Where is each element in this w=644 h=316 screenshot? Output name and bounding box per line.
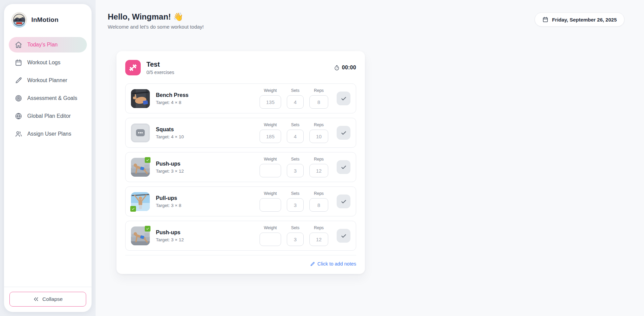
workout-titles: Test 0/5 exercises: [146, 61, 334, 75]
workout-card-header: Test 0/5 exercises 00:00: [125, 60, 356, 75]
exercise-target: Target: 3 × 12: [156, 169, 260, 174]
exercise-info: Push-ups Target: 3 × 12: [156, 161, 260, 174]
stopwatch-icon: [334, 65, 340, 71]
reps-label: Reps: [314, 88, 324, 93]
app-name: InMotion: [31, 16, 59, 24]
weight-label: Weight: [264, 191, 277, 196]
reps-input[interactable]: [309, 130, 328, 143]
notes-link[interactable]: Click to add notes: [310, 261, 356, 267]
reps-field: Reps: [309, 157, 328, 177]
sets-input[interactable]: [287, 164, 304, 177]
weight-label: Weight: [264, 157, 277, 162]
sets-label: Sets: [291, 191, 299, 196]
sets-label: Sets: [291, 88, 299, 93]
sidebar-item-today-s-plan[interactable]: Today's Plan: [9, 37, 87, 52]
complete-checkbox[interactable]: [337, 195, 350, 208]
weight-field: Weight: [260, 191, 281, 212]
sidebar-item-assessment-goals[interactable]: Assessment & Goals: [9, 91, 87, 106]
reps-label: Reps: [314, 225, 324, 230]
exercise-row: Push-ups Target: 3 × 12 Weight Sets Reps: [125, 152, 356, 182]
exercise-fields: Weight Sets Reps: [260, 122, 328, 143]
weight-field: Weight: [260, 122, 281, 143]
exercise-thumbnail: [131, 124, 150, 142]
weight-field: Weight: [260, 157, 281, 177]
sidebar: InMotion Today's Plan Workout Logs Worko…: [4, 4, 92, 312]
dumbbell-icon: [125, 60, 141, 75]
completed-badge-icon: [145, 157, 150, 163]
workout-title: Test: [146, 61, 334, 68]
reps-input[interactable]: [309, 164, 328, 177]
reps-field: Reps: [309, 191, 328, 212]
exercise-row: Bench Press Target: 4 × 8 Weight Sets Re…: [125, 83, 356, 113]
weight-input[interactable]: [260, 164, 281, 177]
reps-label: Reps: [314, 191, 324, 196]
check-icon: [340, 233, 347, 239]
exercise-name: Push-ups: [156, 230, 260, 236]
exercise-target: Target: 3 × 12: [156, 237, 260, 242]
exercise-fields: Weight Sets Reps: [260, 225, 328, 246]
chevrons-left-icon: [33, 296, 39, 302]
weight-label: Weight: [264, 88, 277, 93]
sidebar-item-assign-user-plans[interactable]: Assign User Plans: [9, 126, 87, 142]
complete-checkbox[interactable]: [337, 92, 350, 105]
reps-field: Reps: [309, 122, 328, 143]
weight-input[interactable]: [260, 95, 281, 109]
sidebar-column: InMotion Today's Plan Workout Logs Worko…: [0, 0, 96, 316]
reps-input[interactable]: [309, 95, 328, 109]
exercise-thumbnail: [131, 226, 150, 245]
workout-timer: 00:00: [334, 65, 356, 71]
users-icon: [15, 130, 22, 138]
sidebar-item-global-plan-editor[interactable]: Global Plan Editor: [9, 108, 87, 124]
globe-icon: [15, 112, 22, 120]
sets-input[interactable]: [287, 198, 304, 212]
exercise-thumbnail: [131, 89, 150, 108]
sets-field: Sets: [287, 225, 304, 246]
collapse-label: Collapse: [42, 296, 63, 302]
exercise-info: Push-ups Target: 3 × 12: [156, 230, 260, 242]
reps-input[interactable]: [309, 233, 328, 246]
exercise-row: Squats Target: 4 × 10 Weight Sets Reps: [125, 118, 356, 148]
weight-field: Weight: [260, 225, 281, 246]
complete-checkbox[interactable]: [337, 160, 350, 174]
sets-input[interactable]: [287, 233, 304, 246]
sets-label: Sets: [291, 157, 299, 162]
exercise-name: Push-ups: [156, 161, 260, 167]
exercise-target: Target: 4 × 8: [156, 100, 260, 105]
exercise-target: Target: 4 × 10: [156, 134, 260, 139]
complete-checkbox[interactable]: [337, 229, 350, 243]
sets-field: Sets: [287, 191, 304, 212]
exercise-fields: Weight Sets Reps: [260, 191, 328, 212]
complete-checkbox[interactable]: [337, 126, 350, 140]
date-button[interactable]: Friday, September 26, 2025: [535, 12, 624, 27]
weight-input[interactable]: [260, 233, 281, 246]
sets-input[interactable]: [287, 95, 304, 109]
collapse-button[interactable]: Collapse: [9, 292, 86, 307]
sidebar-item-workout-logs[interactable]: Workout Logs: [9, 55, 87, 70]
reps-label: Reps: [314, 157, 324, 162]
exercise-info: Squats Target: 4 × 10: [156, 127, 260, 139]
exercise-name: Squats: [156, 127, 260, 133]
sidebar-item-workout-planner[interactable]: Workout Planner: [9, 73, 87, 88]
sets-input[interactable]: [287, 130, 304, 143]
completed-badge-icon: [145, 226, 150, 232]
target-icon: [15, 95, 22, 102]
weight-label: Weight: [264, 122, 277, 127]
exercise-name: Pull-ups: [156, 195, 260, 201]
exercise-thumbnail: [131, 192, 150, 211]
check-icon: [340, 164, 347, 171]
exercise-thumbnail: [131, 158, 150, 177]
check-icon: [340, 130, 347, 136]
weight-input[interactable]: [260, 130, 281, 143]
exercise-row: Push-ups Target: 3 × 12 Weight Sets Reps: [125, 221, 356, 251]
pencil-icon: [310, 261, 315, 267]
weight-input[interactable]: [260, 198, 281, 212]
exercise-target: Target: 3 × 8: [156, 203, 260, 208]
exercise-name: Bench Press: [156, 92, 260, 98]
exercise-info: Bench Press Target: 4 × 8: [156, 92, 260, 105]
workout-card-footer: Click to add notes: [125, 255, 356, 267]
app-logo-icon: [11, 12, 27, 28]
sets-field: Sets: [287, 88, 304, 109]
main-content: Hello, Wingman! 👋 Welcome and let's do s…: [96, 0, 644, 316]
reps-input[interactable]: [309, 198, 328, 212]
check-icon: [340, 198, 347, 205]
